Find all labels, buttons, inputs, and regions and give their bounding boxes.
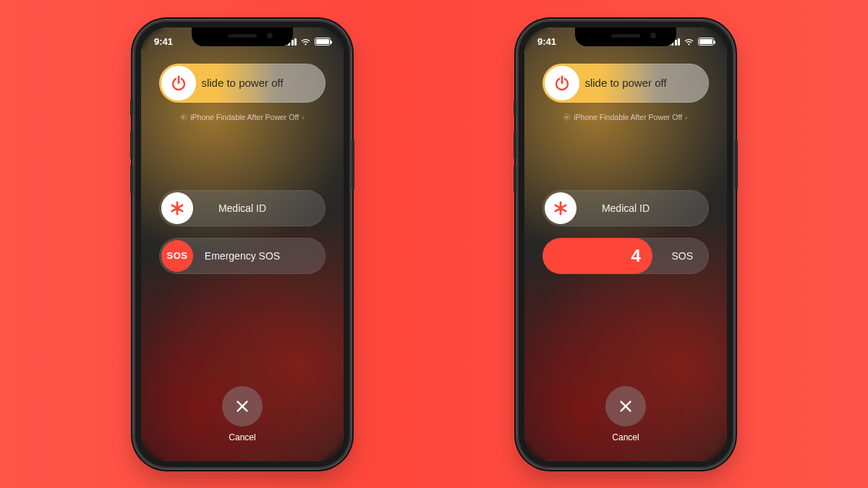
wifi-icon [684,38,694,46]
power-off-slider[interactable]: slide to power off [542,64,709,103]
medical-id-knob[interactable] [161,192,193,224]
find-my-icon [563,114,571,121]
screen: 9:41 slide to power off iPhone Findable [524,27,727,461]
power-off-slider[interactable]: slide to power off [159,64,326,103]
asterisk-icon [169,200,185,216]
emergency-sos-slider-countdown[interactable]: SOS 4 [542,238,709,274]
medical-id-knob[interactable] [545,192,576,224]
asterisk-icon [553,200,569,216]
medical-id-slider[interactable]: Medical ID [159,190,326,226]
status-time: 9:41 [537,36,556,47]
power-off-screen: slide to power off iPhone Findable After… [524,27,727,461]
emergency-sos-knob[interactable]: SOS [161,240,193,272]
findable-text: iPhone Findable After Power Off [190,113,299,121]
findable-link[interactable]: iPhone Findable After Power Off › [180,113,304,121]
power-off-knob[interactable] [161,66,196,100]
battery-icon [315,38,331,46]
stage: 9:41 slide to power off iPhone Findable [0,0,868,488]
sos-icon: SOS [167,250,188,261]
volume-down-button[interactable] [130,165,133,194]
chevron-right-icon: › [302,113,305,121]
emergency-sos-slider[interactable]: SOS Emergency SOS [159,238,326,274]
close-icon [234,398,250,414]
cancel-button[interactable] [605,386,646,427]
chevron-right-icon: › [685,113,688,121]
cancel-label: Cancel [612,432,639,442]
side-button[interactable] [352,140,354,190]
notch [192,27,293,46]
volume-up-button[interactable] [130,130,133,159]
close-icon [618,398,634,414]
sos-countdown-number: 4 [631,246,640,266]
findable-link[interactable]: iPhone Findable After Power Off › [563,113,687,121]
cancel-label: Cancel [229,432,255,442]
cancel-button[interactable] [222,386,263,427]
side-button[interactable] [735,140,738,190]
sos-tail-label: SOS [671,250,693,262]
mute-switch[interactable] [514,100,516,116]
wifi-icon [300,38,311,46]
screen: 9:41 slide to power off iPhone Findable [141,27,344,461]
volume-down-button[interactable] [514,165,516,194]
notch [575,27,676,46]
medical-id-slider[interactable]: Medical ID [542,190,709,226]
volume-up-button[interactable] [514,130,516,159]
find-my-icon [180,114,187,121]
power-icon [170,74,187,92]
power-off-knob[interactable] [545,66,579,100]
power-off-screen: slide to power off iPhone Findable After… [141,27,344,461]
sos-countdown-fill: 4 [542,238,652,274]
iphone-left: 9:41 slide to power off iPhone Findable [134,20,351,468]
status-time: 9:41 [154,36,173,47]
iphone-right: 9:41 slide to power off iPhone Findable [517,20,734,468]
mute-switch[interactable] [130,100,133,116]
power-icon [553,74,571,92]
battery-icon [698,38,714,46]
findable-text: iPhone Findable After Power Off [574,113,682,121]
